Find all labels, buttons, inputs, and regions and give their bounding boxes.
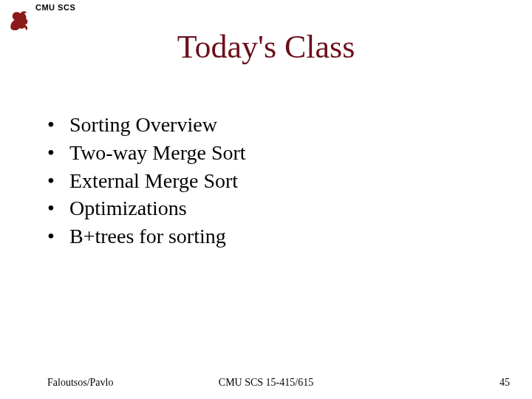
slide-title: Today's Class [0,28,532,66]
bullet-text: Two-way Merge Sort [69,139,246,167]
footer-page-number: 45 [499,377,510,389]
list-item: • B+trees for sorting [47,222,246,250]
bullet-dot-icon: • [47,222,69,250]
header-org-text: CMU SCS [35,3,75,12]
list-item: • Two-way Merge Sort [47,139,246,167]
list-item: • Optimizations [47,194,246,222]
list-item: • External Merge Sort [47,167,246,195]
bullet-dot-icon: • [47,194,69,222]
bullet-text: B+trees for sorting [69,222,226,250]
bullet-text: Optimizations [69,194,187,222]
list-item: • Sorting Overview [47,111,246,139]
bullet-list: • Sorting Overview • Two-way Merge Sort … [47,111,246,250]
bullet-text: External Merge Sort [69,167,238,195]
bullet-text: Sorting Overview [69,111,217,139]
footer-course: CMU SCS 15-415/615 [0,377,532,389]
bullet-dot-icon: • [47,139,69,167]
bullet-dot-icon: • [47,167,69,195]
bullet-dot-icon: • [47,111,69,139]
